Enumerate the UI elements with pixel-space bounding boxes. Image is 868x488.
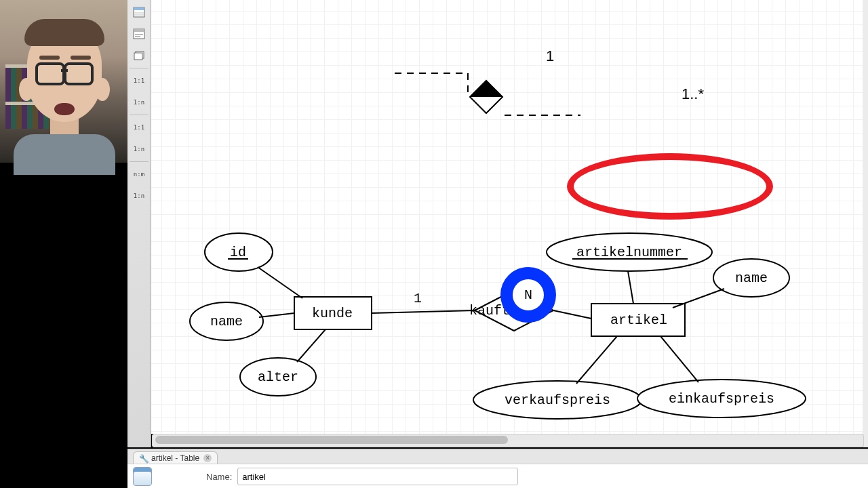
svg-line-24 xyxy=(297,329,326,362)
svg-text:id: id xyxy=(230,245,246,260)
table-tool-icon[interactable] xyxy=(129,3,149,22)
annotation-highlight-ring: N xyxy=(500,267,556,323)
svg-line-29 xyxy=(576,336,617,384)
svg-text:name: name xyxy=(735,270,768,286)
svg-text:name: name xyxy=(210,314,243,329)
svg-text:verkaufspreis: verkaufspreis xyxy=(505,392,610,408)
cardinality-left: 1 xyxy=(546,47,554,65)
svg-line-30 xyxy=(660,336,698,382)
name-label: Name: xyxy=(206,472,232,482)
svg-text:einkaufspreis: einkaufspreis xyxy=(669,391,774,407)
cardinality-right: 1..* xyxy=(682,85,704,103)
table-name-input[interactable] xyxy=(237,468,518,485)
wrench-icon: 🔧 xyxy=(139,454,147,462)
svg-text:artikel: artikel xyxy=(610,312,667,328)
relation-1-n-nonid-icon[interactable]: 1:n xyxy=(129,140,149,159)
editor-tabs: 🔧 artikel - Table × xyxy=(127,449,868,464)
properties-panel: Name: xyxy=(127,464,868,488)
svg-line-23 xyxy=(259,313,294,317)
svg-rect-6 xyxy=(135,34,143,35)
svg-line-25 xyxy=(372,310,475,313)
view-tool-icon[interactable] xyxy=(129,24,149,43)
relation-n-m-icon[interactable]: n:m xyxy=(129,165,149,184)
relation-existing-1-n-icon[interactable]: 1:n xyxy=(129,186,149,205)
svg-text:1: 1 xyxy=(414,291,422,306)
cardinality-right-er: N xyxy=(524,287,532,303)
svg-line-22 xyxy=(258,267,302,298)
video-letterbox xyxy=(0,163,127,461)
svg-line-26 xyxy=(553,310,591,319)
er-diagram: kunde artikel kauft id name alter artike… xyxy=(151,224,868,434)
svg-text:kunde: kunde xyxy=(312,306,353,321)
tab-title: artikel - Table xyxy=(151,453,199,463)
svg-text:alter: alter xyxy=(258,369,298,385)
svg-line-27 xyxy=(628,271,633,304)
tab-artikel-table[interactable]: 🔧 artikel - Table × xyxy=(133,451,218,464)
relation-1-n-identifying-icon[interactable]: 1:n xyxy=(129,93,149,112)
layer-tool-icon[interactable] xyxy=(129,46,149,65)
presenter-webcam xyxy=(0,0,127,163)
svg-rect-5 xyxy=(134,29,144,32)
relation-1-1-nonid-icon[interactable]: 1:1 xyxy=(129,118,149,137)
annotation-highlight-ellipse xyxy=(567,153,773,220)
horizontal-scrollbar[interactable] xyxy=(152,434,864,447)
close-icon[interactable]: × xyxy=(203,454,212,462)
svg-line-28 xyxy=(673,289,724,308)
svg-rect-1 xyxy=(134,7,144,10)
vertical-toolbar: 1:1 1:n 1:1 1:n n:m 1:n xyxy=(127,0,151,447)
table-icon xyxy=(133,467,152,486)
svg-rect-7 xyxy=(135,36,140,37)
relation-1-1-identifying-icon[interactable]: 1:1 xyxy=(129,71,149,90)
svg-text:artikelnummer: artikelnummer xyxy=(576,245,682,260)
svg-rect-9 xyxy=(134,53,142,60)
